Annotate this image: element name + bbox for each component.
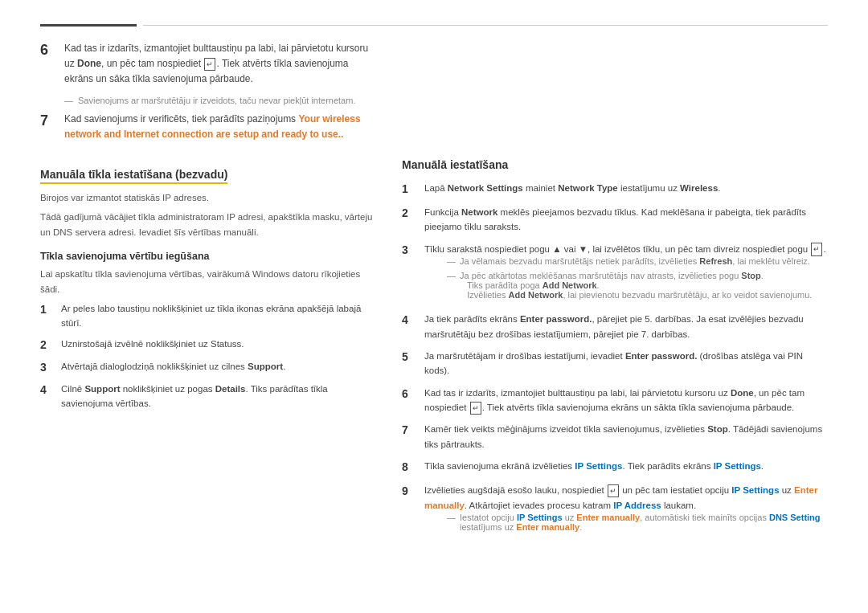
step-6-note: — Savienojums ar maršrutētāju ir izveido… — [64, 96, 378, 105]
list-item: 1 Lapā Network Settings mainiet Network … — [402, 181, 828, 198]
subsection-body: Lai apskatītu tīkla savienojuma vērtības… — [40, 267, 378, 296]
list-item: 8 Tīkla savienojuma ekrānā izvēlieties I… — [402, 459, 828, 476]
page-container: 6 Kad tas ir izdarīts, izmantojiet bultt… — [0, 0, 868, 613]
top-divider — [40, 24, 828, 27]
step-6-num: 6 — [40, 41, 58, 88]
list-item: 9 Izvēlieties augšdajā esošo lauku, nosp… — [402, 483, 828, 537]
list-item: 1 Ar peles labo taustiņu noklikšķiniet u… — [40, 301, 378, 331]
body-text-1: Birojos var izmantot statiskās IP adrese… — [40, 190, 378, 205]
main-section-heading: Manuāla tīkla iestatīšana (bezvadu) — [40, 168, 227, 184]
list-item: 4 Cilnē Support noklikšķiniet uz pogas D… — [40, 382, 378, 411]
list-item: 5 Ja maršrutētājam ir drošības iestatīju… — [402, 349, 828, 378]
right-section-title: Manuālā iestatīšana — [402, 158, 828, 171]
list-item: 7 Kamēr tiek veikts mēģinājums izveidot … — [402, 422, 828, 452]
list-item: 4 Ja tiek parādīts ekrāns Enter password… — [402, 312, 828, 341]
step-6-block: 6 Kad tas ir izdarīts, izmantojiet bultt… — [40, 41, 378, 88]
list-item: 2 Uznirstošajā izvēlnē noklikšķiniet uz … — [40, 337, 378, 353]
subsection-title: Tīkla savienojuma vērtību iegūšana — [40, 251, 378, 262]
right-note: — Ja vēlamais bezvadu maršrutētājs netie… — [447, 256, 826, 266]
left-column: Manuāla tīkla iestatīšana (bezvadu) Biro… — [40, 158, 378, 589]
main-section-title: Manuāla tīkla iestatīšana (bezvadu) — [40, 168, 227, 182]
content-area: Manuāla tīkla iestatīšana (bezvadu) Biro… — [40, 158, 828, 589]
list-item: 2 Funkcija Network meklēs pieejamos bezv… — [402, 205, 828, 235]
list-item: 6 Kad tas ir izdarīts, izmantojiet bultt… — [402, 386, 828, 415]
divider-light — [143, 25, 828, 26]
sub-steps-list: 1 Ar peles labo taustiņu noklikšķiniet u… — [40, 301, 378, 411]
body-text-2: Tādā gadījumā vācājiet tīkla administrat… — [40, 210, 378, 239]
right-steps-list: 1 Lapā Network Settings mainiet Network … — [402, 181, 828, 537]
right-note: — Ja pēc atkārtotas meklēšanas maršrutēt… — [447, 271, 826, 300]
step-6-text: Kad tas ir izdarīts, izmantojiet bulttau… — [64, 41, 378, 88]
right-column: Manuālā iestatīšana 1 Lapā Network Setti… — [402, 158, 828, 589]
step-7-text: Kad savienojums ir verificēts, tiek parā… — [64, 112, 378, 142]
list-item: 3 Atvērtajā dialoglodziņā noklikšķiniet … — [40, 359, 378, 376]
step-7-num: 7 — [40, 112, 58, 142]
list-item: 3 Tīklu sarakstā nospiediet pogu ▲ vai ▼… — [402, 242, 828, 304]
divider-dark — [40, 24, 137, 27]
right-note-step9: — Iestatot opciju IP Settings uz Enter m… — [447, 513, 828, 532]
step-7-block: 7 Kad savienojums ir verificēts, tiek pa… — [40, 112, 378, 142]
